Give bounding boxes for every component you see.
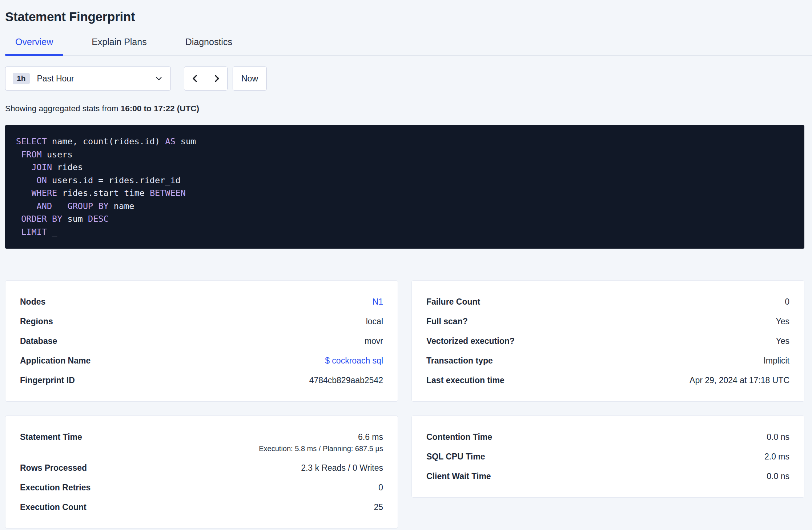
sql-text [16,227,21,237]
stat-value-wrap: Yes [776,316,789,326]
stat-row: Execution Retries0 [20,482,383,493]
sql-keyword: ORDER BY [21,214,62,224]
stat-row: Application Name$ cockroach sql [20,356,383,366]
stat-row: Execution Count25 [20,502,383,512]
aggregated-stats-range: 16:00 to 17:22 (UTC) [121,104,199,113]
stat-label: Regions [20,316,64,326]
sql-keyword: JOIN [31,162,52,172]
stat-label: Failure Count [426,297,491,307]
prev-time-button[interactable] [184,67,206,90]
stat-label: Statement Time [20,432,93,442]
sql-text: name [109,201,134,211]
sql-text: users [42,149,73,160]
stat-label: Client Wait Time [426,471,502,481]
stat-value: 0.0 ns [767,432,789,442]
sql-text [16,214,21,224]
aggregated-stats-prefix: Showing aggregated stats from [5,104,121,113]
stat-value-wrap: 2.0 ms [764,451,789,462]
stat-row: Vectorized execution?Yes [426,336,789,346]
time-range-badge: 1h [13,73,30,84]
stat-label: Vectorized execution? [426,336,526,346]
sql-text [16,175,37,185]
stat-value-wrap: 2.3 k Reads / 0 Writes [301,463,383,473]
next-time-button[interactable] [206,67,227,90]
sql-text: sum [62,214,88,224]
stat-value: 2.0 ms [764,451,789,462]
stat-value: 2.3 k Reads / 0 Writes [301,463,383,473]
stat-value: 0 [785,297,789,307]
sql-keyword: SELECT [16,136,47,146]
sql-text [16,162,31,172]
sql-text [16,149,21,160]
stat-value-wrap: 0.0 ns [767,471,789,481]
stat-value-wrap: 4784cb829aab2542 [309,375,383,385]
stat-row: SQL CPU Time2.0 ms [426,451,789,462]
sql-keyword: WHERE [31,188,57,198]
stat-label: Last execution time [426,375,515,385]
stat-row: Last execution timeApr 29, 2024 at 17:18… [426,375,789,385]
stat-value: Yes [776,336,789,346]
stat-value: local [366,316,383,326]
sql-keyword: BETWEEN [150,188,186,198]
stat-row: Databasemovr [20,336,383,346]
time-controls: 1h Past Hour Now [5,67,804,91]
stat-row: Full scan?Yes [426,316,789,326]
now-button[interactable]: Now [233,67,267,91]
sql-text: name, count(rides.id) [47,136,165,146]
sql-line: ON users.id = rides.rider_id [16,174,793,187]
stat-value: 25 [374,502,383,512]
sql-line: AND _ GROUP BY name [16,200,793,213]
sql-text: rides [52,162,83,172]
stat-value: Implicit [763,356,789,366]
sql-text: rides.start_time [57,188,150,198]
stat-value: movr [365,336,383,346]
stat-value-wrap: local [366,316,383,326]
stat-row: NodesN1 [20,297,383,307]
sql-line: WHERE rides.start_time BETWEEN _ [16,187,793,200]
page-title: Statement Fingerprint [5,9,804,24]
stat-row: Fingerprint ID4784cb829aab2542 [20,375,383,385]
sql-line: JOIN rides [16,161,793,174]
stat-value-link[interactable]: N1 [373,297,383,307]
stat-row: Failure Count0 [426,297,789,307]
sql-text: _ [186,188,196,198]
stat-label: Nodes [20,297,56,307]
stat-value-wrap: Apr 29, 2024 at 17:18 UTC [690,375,789,385]
time-range-picker[interactable]: 1h Past Hour [5,67,171,91]
sql-line: ORDER BY sum DESC [16,213,793,226]
stat-value-wrap: $ cockroach sql [325,356,383,366]
stat-value-wrap: 0.0 ns [767,432,789,442]
aggregated-stats-line: Showing aggregated stats from 16:00 to 1… [5,104,804,113]
stat-row: Transaction typeImplicit [426,356,789,366]
stat-row: Client Wait Time0.0 ns [426,471,789,481]
sql-keyword: DESC [88,214,109,224]
sql-keyword: ON [37,175,47,185]
tab-explain-plans[interactable]: Explain Plans [81,36,157,55]
stat-value-link[interactable]: $ cockroach sql [325,356,383,366]
stat-value-wrap: N1 [373,297,383,307]
stat-label: Contention Time [426,432,503,442]
stat-value: 6.6 ms [358,432,383,442]
stat-value: Apr 29, 2024 at 17:18 UTC [690,375,789,385]
stat-value-wrap: 6.6 msExecution: 5.8 ms / Planning: 687.… [259,432,383,453]
stat-value: 0 [378,482,383,493]
tab-overview[interactable]: Overview [5,36,63,55]
stat-label: Transaction type [426,356,504,366]
stat-value-wrap: movr [365,336,383,346]
stat-value: 0.0 ns [767,471,789,481]
stat-row: Statement Time6.6 msExecution: 5.8 ms / … [20,432,383,453]
tab-diagnostics[interactable]: Diagnostics [175,36,242,55]
time-step-buttons [184,67,228,91]
stat-value-wrap: Yes [776,336,789,346]
stat-row: Regionslocal [20,316,383,326]
stat-label: Fingerprint ID [20,375,86,385]
sql-line: SELECT name, count(rides.id) AS sum [16,135,793,148]
details-card-left: NodesN1RegionslocalDatabasemovrApplicati… [5,280,398,402]
sql-statement-box: SELECT name, count(rides.id) AS sum FROM… [5,125,804,249]
chevron-left-icon [190,74,200,83]
tab-bar: Overview Explain Plans Diagnostics [5,36,812,56]
sql-keyword: AND [37,201,52,211]
sql-text: _ [47,227,57,237]
stat-value: Yes [776,316,789,326]
details-card-right: Failure Count0Full scan?YesVectorized ex… [411,280,804,402]
